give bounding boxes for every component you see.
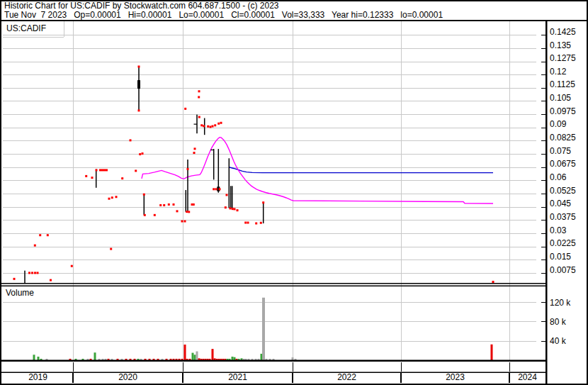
price-tick-label: 0.075 [550, 146, 571, 156]
trade-dot [159, 204, 162, 206]
ohlc-thick-segment [137, 80, 140, 89]
trade-dot [184, 108, 186, 110]
trade-dot [121, 177, 123, 179]
volume-bar [232, 357, 234, 360]
trade-dot [234, 208, 236, 210]
outer-border [1, 1, 587, 384]
trade-dot [91, 177, 94, 179]
volume-bar [184, 345, 186, 360]
trade-dot [176, 210, 179, 212]
volume-bar [234, 357, 236, 360]
year-label: 2023 [446, 372, 465, 382]
trade-dot [13, 278, 16, 280]
trade-dot [142, 152, 144, 155]
ohlc-range-bar [24, 271, 26, 284]
trade-dot [31, 272, 33, 274]
trade-dot [181, 221, 183, 223]
price-tick-label: 0.135 [550, 40, 571, 50]
price-tick-label: 0.1425 [550, 27, 576, 37]
trade-dot [198, 116, 200, 118]
price-tick-label: 0.0975 [550, 106, 576, 116]
price-tick-label: 0.1125 [550, 79, 575, 89]
ohlc-range-bar [232, 186, 233, 208]
ohlc-range-bar [138, 67, 140, 111]
stock-chart-page: 0.14250.1350.12750.120.11250.1050.09750.… [0, 0, 588, 385]
volume-bar [33, 355, 35, 360]
ohlc-range-bar [218, 149, 220, 193]
trade-dot [50, 279, 52, 281]
trade-dot [188, 211, 190, 213]
price-tick-label: 0.0075 [550, 265, 576, 275]
trade-dot [168, 203, 170, 206]
main-panel-bottom-border [1, 283, 547, 284]
price-tick-label: 0.0675 [550, 159, 576, 169]
trade-dot [237, 209, 239, 211]
volume-bar [196, 352, 198, 360]
trade-dot [138, 109, 140, 111]
trade-dot [139, 153, 141, 155]
volume-tick-label: 120 k [550, 298, 571, 308]
volume-bar [212, 349, 214, 360]
trade-dot [101, 169, 103, 171]
trade-dot [219, 188, 221, 190]
trade-dot [203, 125, 205, 127]
year-label: 2024 [518, 372, 537, 382]
trade-dot [143, 194, 145, 196]
price-tick-label: 0.12 [550, 67, 567, 77]
trade-dot [186, 211, 188, 213]
trade-dot [47, 234, 49, 236]
trade-dot [39, 234, 41, 236]
trade-dot [198, 90, 200, 92]
trade-dot [244, 222, 247, 224]
volume-panel-top-border [1, 286, 547, 287]
ohlc-open-tick [210, 150, 214, 150]
ohlc-open-tick [194, 124, 198, 125]
volume-panel-label: Volume [6, 289, 34, 298]
trade-dot [247, 222, 249, 224]
quote-summary: Tue Nov 7 2023 Op=0.00001 Hi=0.00001 Lo=… [4, 11, 443, 20]
trade-dot [28, 272, 30, 274]
trade-dot [210, 126, 212, 128]
trade-dot [232, 208, 234, 210]
trade-dot [187, 168, 189, 170]
trade-dot [138, 65, 140, 67]
year-label: 2020 [118, 372, 137, 382]
volume-bar [491, 345, 493, 360]
trade-dot [111, 196, 113, 199]
trade-dot [220, 122, 222, 124]
price-tick-label: 0.0525 [550, 186, 576, 196]
price-tick-label: 0.015 [550, 252, 571, 262]
volume-bar [192, 353, 194, 360]
ohlc-range-bar [230, 186, 232, 208]
trade-dot [193, 203, 195, 206]
trade-dot [184, 221, 186, 223]
trade-dot [225, 206, 227, 208]
year-label: 2021 [228, 372, 247, 382]
price-tick-label: 0.0825 [550, 133, 576, 143]
trade-dot [213, 188, 215, 190]
price-tick-label: 0.0225 [550, 238, 576, 248]
trade-dot [108, 198, 111, 200]
ohlc-range-bar [186, 190, 187, 212]
ohlc-range-bar [213, 149, 215, 179]
trade-dot [34, 272, 36, 274]
trade-dot [207, 125, 209, 128]
symbol-label: US:CADIF [6, 24, 46, 33]
ma-magenta-line [142, 138, 493, 203]
chart-canvas: 0.14250.1350.12750.120.11250.1050.09750.… [0, 0, 588, 385]
trade-dot [71, 265, 73, 267]
trade-dot [34, 245, 36, 247]
ohlc-range-bar [144, 195, 145, 216]
year-label: 2019 [28, 372, 47, 382]
trade-dot [163, 204, 165, 206]
trade-dot [262, 201, 264, 203]
trade-dot [230, 207, 232, 209]
volume-bar [292, 357, 294, 360]
price-tick-label: 0.0375 [550, 212, 576, 222]
ma-blue-line [230, 167, 493, 173]
trade-dot [99, 169, 101, 171]
trade-dot [96, 169, 98, 171]
ohlc-range-bar [263, 203, 264, 223]
trade-dot [194, 147, 196, 150]
price-tick-label: 0.1275 [550, 53, 576, 63]
